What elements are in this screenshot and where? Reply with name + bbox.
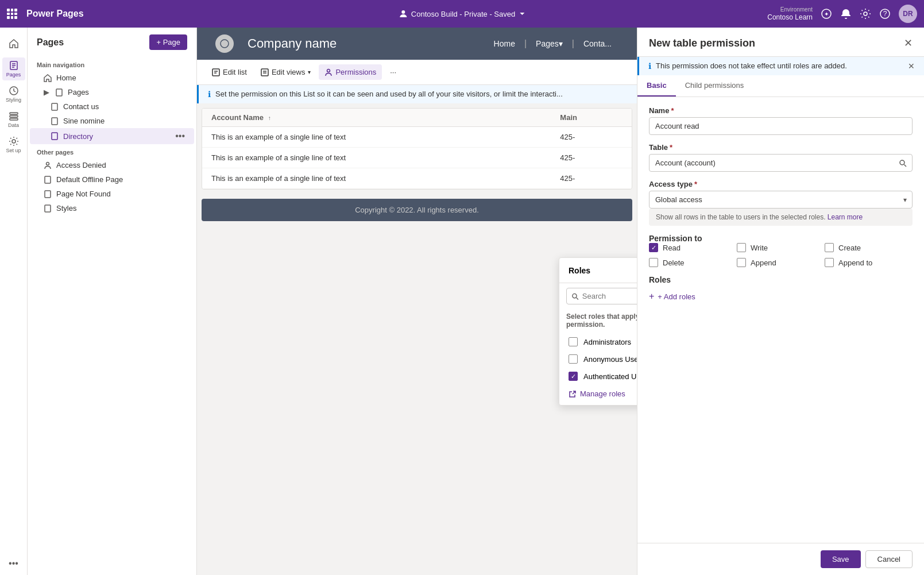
waffle-icon[interactable] xyxy=(7,9,17,19)
perm-item-append_to[interactable]: Append to xyxy=(825,258,913,267)
environment-info: Environment Contoso Learn xyxy=(767,6,813,22)
expand-icon[interactable]: ▶ xyxy=(44,88,49,97)
roles-item-authenticated[interactable]: ✓ Authenticated Users xyxy=(559,368,637,385)
gear-icon[interactable] xyxy=(860,8,871,20)
learn-more-link[interactable]: Learn more xyxy=(828,213,863,221)
tabs: Basic Child permissions xyxy=(637,75,924,97)
name-input[interactable] xyxy=(649,117,913,135)
website-company-name: Company name xyxy=(248,36,337,51)
sidebar-item-pages[interactable]: Pages xyxy=(2,57,25,80)
create-checkbox[interactable] xyxy=(825,243,834,252)
edit-views-button[interactable]: Edit views ▾ xyxy=(255,64,317,80)
append-checkbox[interactable] xyxy=(737,258,746,267)
env-label: Environment xyxy=(780,6,813,13)
info-text: Set the permission on this List so it ca… xyxy=(215,90,563,98)
read-checkbox[interactable]: ✓ xyxy=(649,243,658,252)
nav-item-contact[interactable]: Contact us xyxy=(30,99,194,114)
nav-item-sine[interactable]: Sine nomine xyxy=(30,114,194,128)
copilot-icon[interactable]: ✦ xyxy=(821,8,832,20)
col-main[interactable]: Main xyxy=(551,109,632,127)
col-account-name[interactable]: Account Name ↑ xyxy=(202,109,551,127)
website-nav-pages[interactable]: Pages▾ xyxy=(529,34,570,53)
website-nav-home[interactable]: Home xyxy=(487,34,522,53)
perm-item-read[interactable]: ✓Read xyxy=(649,243,737,252)
nav-item-styles[interactable]: Styles xyxy=(30,201,194,215)
website-logo xyxy=(215,34,234,53)
logo-circle-icon xyxy=(219,38,230,49)
tab-basic[interactable]: Basic xyxy=(637,75,676,97)
add-roles-button[interactable]: + + Add roles xyxy=(649,289,913,304)
sidebar-item-data[interactable]: Data xyxy=(2,108,25,131)
sidebar-item-setup[interactable]: Set up xyxy=(2,133,25,156)
panel-info-icon: ℹ xyxy=(648,61,651,71)
top-nav-left: Power Pages xyxy=(7,9,84,19)
access-type-select[interactable]: Global access xyxy=(649,191,913,209)
perm-item-append[interactable]: Append xyxy=(737,258,825,267)
users-icon xyxy=(44,161,52,169)
nav-item-pages[interactable]: ▶ Pages xyxy=(30,85,194,99)
manage-roles-label: Manage roles xyxy=(580,389,625,398)
nav-item-directory[interactable]: Directory ••• xyxy=(30,128,194,144)
perm-item-write[interactable]: Write xyxy=(737,243,825,252)
svg-point-33 xyxy=(900,160,904,165)
perm-item-create[interactable]: Create xyxy=(825,243,913,252)
roles-search-input[interactable] xyxy=(582,292,637,300)
help-icon[interactable]: ? xyxy=(879,8,891,20)
nav-item-page-not-found[interactable]: Page Not Found xyxy=(30,187,194,201)
table-search-icon xyxy=(899,159,907,167)
avatar[interactable]: DR xyxy=(899,5,917,23)
nav-item-home[interactable]: Home xyxy=(30,71,194,85)
roles-item-administrators[interactable]: Administrators xyxy=(559,333,637,350)
delete-checkbox[interactable] xyxy=(649,258,658,267)
authenticated-checkbox[interactable]: ✓ xyxy=(569,372,578,381)
table-select-wrapper xyxy=(649,154,913,172)
svg-point-14 xyxy=(12,140,16,143)
cell-main: 425- xyxy=(551,148,632,168)
sidebar-item-home[interactable] xyxy=(2,32,25,55)
more-button[interactable]: ··· xyxy=(384,64,402,80)
name-required: * xyxy=(671,106,674,115)
table-row: This is an example of a single line of t… xyxy=(202,127,632,148)
anonymous-checkbox[interactable] xyxy=(569,354,578,364)
svg-rect-20 xyxy=(45,176,51,183)
sidebar-item-more[interactable]: ••• xyxy=(2,552,25,575)
save-button[interactable]: Save xyxy=(821,550,861,568)
other-pages-label: Other pages xyxy=(28,144,196,158)
svg-point-31 xyxy=(573,294,577,298)
main-nav-label: Main navigation xyxy=(28,57,196,71)
add-page-button[interactable]: + Page xyxy=(149,34,187,50)
svg-rect-27 xyxy=(261,69,268,76)
panel-close-button[interactable]: ✕ xyxy=(904,37,913,49)
edit-views-label: Edit views xyxy=(272,68,306,76)
perm-item-delete[interactable]: Delete xyxy=(649,258,737,267)
append_to-checkbox[interactable] xyxy=(825,258,834,267)
administrators-checkbox[interactable] xyxy=(569,337,578,346)
manage-roles-link[interactable]: Manage roles xyxy=(559,385,637,405)
bell-icon[interactable] xyxy=(840,8,852,20)
page-styles-icon xyxy=(44,204,52,213)
tab-child-permissions[interactable]: Child permissions xyxy=(676,75,753,97)
cancel-button[interactable]: Cancel xyxy=(865,550,913,568)
table-field-label: Table * xyxy=(649,143,913,152)
website-nav-contact[interactable]: Conta... xyxy=(577,34,618,53)
table-input[interactable] xyxy=(649,154,913,172)
permissions-icon xyxy=(324,68,333,76)
data-table: Account Name ↑ Main This is an example o… xyxy=(202,109,632,189)
nav-item-default-offline[interactable]: Default Offline Page xyxy=(30,172,194,187)
sidebar-item-styling[interactable]: Styling xyxy=(2,83,25,106)
page-footer: Copyright © 2022. All rights reserved. xyxy=(202,199,632,221)
write-checkbox[interactable] xyxy=(737,243,746,252)
permissions-label: Permissions xyxy=(335,68,376,76)
roles-item-anonymous[interactable]: Anonymous Users xyxy=(559,350,637,368)
nav-item-page-not-found-label: Page Not Found xyxy=(56,190,185,198)
svg-line-32 xyxy=(577,298,578,299)
nav-item-access-denied[interactable]: Access Denied xyxy=(30,158,194,172)
name-field-label: Name * xyxy=(649,106,913,115)
table-required: * xyxy=(670,143,672,152)
table-row: This is an example of a single line of t… xyxy=(202,148,632,168)
nav-item-more-btn[interactable]: ••• xyxy=(175,131,185,141)
panel-info-close-button[interactable]: ✕ xyxy=(908,61,915,71)
permissions-button[interactable]: Permissions xyxy=(319,64,382,80)
edit-views-icon xyxy=(261,68,269,76)
edit-list-button[interactable]: Edit list xyxy=(206,64,253,80)
